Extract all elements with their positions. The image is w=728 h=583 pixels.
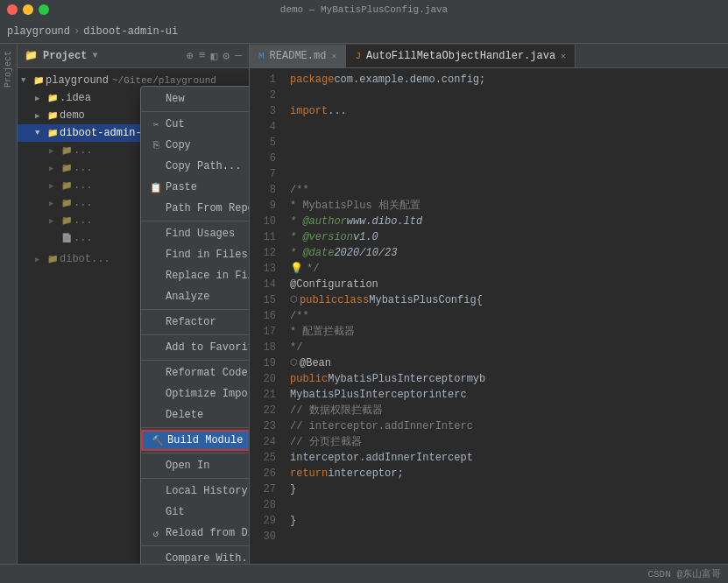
ctx-label-local-history: Local History [166, 485, 250, 497]
copy-icon: ⎘ [148, 137, 164, 153]
reload-icon: ↺ [148, 525, 164, 541]
ctx-item-open-in[interactable]: Open In ▶ [141, 455, 250, 476]
code-line-1: package com.example.demo.config; [290, 72, 721, 88]
code-line-25: interceptor.addInnerIntercept [290, 450, 721, 466]
ctx-divider-6 [141, 427, 250, 428]
ctx-item-optimize[interactable]: Optimize Imports ^⌥O [141, 383, 250, 404]
panel-icon-minimize[interactable]: — [235, 49, 242, 63]
ctx-item-copy[interactable]: ⎘ Copy ⌘C [141, 135, 250, 156]
breadcrumb-item-2[interactable]: diboot-admin-ui [83, 25, 178, 38]
file-icon-sub6: 📄 [60, 231, 74, 245]
folder-icon-diboot: 📁 [46, 126, 60, 140]
ctx-label-open-in: Open In [166, 460, 250, 472]
ctx-item-replace-in-files[interactable]: Replace in Files... ⇧⌘R [141, 265, 250, 286]
context-menu: New ▶ ✂ Cut ⌘X ⎘ Copy ⌘C Copy Path... [140, 86, 250, 564]
ctx-divider-8 [141, 478, 250, 479]
ctx-divider-5 [141, 360, 250, 361]
build-icon: 🔨 [150, 432, 166, 448]
panel-header-icons: ⊕ ≡ ◧ ⚙ — [187, 49, 242, 63]
ctx-item-paste[interactable]: 📋 Paste ⌘V [141, 177, 250, 198]
java-file-icon: J [355, 51, 361, 61]
ctx-item-add-favorites[interactable]: Add to Favorites ▶ [141, 337, 250, 358]
ctx-label-reload: Reload from Disk [166, 527, 250, 539]
code-line-30 [290, 529, 721, 544]
path-icon [148, 200, 164, 216]
tree-label-sub1: ... [74, 144, 93, 157]
tab-label-autofill: AutoFillMetaObjectHandler.java [366, 50, 555, 62]
folder-icon: 📁 [25, 49, 38, 62]
tree-arrow: ▼ [21, 76, 32, 85]
tree-label-sub4: ... [74, 197, 93, 209]
tree-label-sub6: ... [74, 232, 93, 244]
tab-autofill[interactable]: J AutoFillMetaObjectHandler.java ✕ [346, 45, 576, 67]
title-bar: demo — MyBatisPlusConfig.java [0, 0, 728, 19]
folder-icon-sub2: 📁 [60, 161, 74, 175]
ctx-item-find-usages[interactable]: Find Usages ⌥F7 [141, 223, 250, 244]
ctx-divider-4 [141, 334, 250, 335]
code-editor: 12345 678910 1112131415 1617181920 21222… [250, 68, 728, 564]
panel-icon-list[interactable]: ≡ [199, 49, 206, 63]
ctx-divider-9 [141, 545, 250, 546]
tree-label-dibot2: dibot... [60, 253, 110, 265]
code-line-22: // 数据权限拦截器 [290, 403, 721, 418]
panel-icon-settings[interactable]: ⚙ [223, 49, 230, 63]
tree-arrow-demo: ▶ [35, 111, 46, 121]
ctx-divider-3 [141, 309, 250, 310]
ctx-label-git: Git [166, 506, 250, 518]
ctx-item-delete[interactable]: Delete ⌫ [141, 404, 250, 425]
panel-icon-layout[interactable]: ◧ [211, 49, 218, 63]
ctx-item-path-from-repo[interactable]: Path From Repository Root [141, 198, 250, 219]
ctx-item-compare[interactable]: Compare With... ⌘D [141, 548, 250, 564]
ctx-label-path-from-repo: Path From Repository Root [166, 202, 250, 214]
line-numbers: 12345 678910 1112131415 1617181920 21222… [250, 68, 283, 564]
folder-icon-dibot2: 📁 [46, 252, 60, 266]
tab-close-readme[interactable]: ✕ [331, 51, 336, 61]
code-line-6 [290, 151, 721, 166]
panel-dropdown-icon[interactable]: ▼ [92, 51, 97, 60]
minimize-button[interactable] [23, 4, 33, 15]
ctx-item-local-history[interactable]: Local History ▶ [141, 481, 250, 502]
editor-area: M README.md ✕ J AutoFillMetaObjectHandle… [250, 44, 728, 564]
ctx-label-reformat: Reformat Code [166, 367, 250, 379]
ctx-label-compare: Compare With... [166, 552, 250, 564]
code-line-13: 💡 */ [290, 261, 721, 277]
copy-path-icon [148, 158, 164, 174]
cut-icon: ✂ [148, 116, 164, 132]
new-icon [148, 91, 164, 107]
ctx-item-reload[interactable]: ↺ Reload from Disk [141, 523, 250, 544]
maximize-button[interactable] [39, 4, 49, 15]
ctx-label-find-usages: Find Usages [166, 228, 250, 240]
ctx-item-cut[interactable]: ✂ Cut ⌘X [141, 114, 250, 135]
ctx-label-build-module: Build Module 'playground' [167, 434, 250, 446]
code-line-11: * @version v1.0 [290, 229, 721, 245]
ctx-label-cut: Cut [166, 118, 250, 130]
panel-icon-add[interactable]: ⊕ [187, 49, 194, 63]
tab-readme[interactable]: M README.md ✕ [250, 45, 346, 67]
tab-close-autofill[interactable]: ✕ [561, 51, 566, 61]
project-sidebar-label[interactable]: Project [4, 47, 13, 91]
code-line-27: } [290, 481, 721, 497]
ctx-item-git[interactable]: Git ▶ [141, 502, 250, 523]
refactor-icon [148, 314, 164, 330]
ctx-item-reformat[interactable]: Reformat Code ⌥⌘L [141, 362, 250, 383]
ctx-item-build-module[interactable]: 🔨 Build Module 'playground' [141, 430, 250, 451]
open-in-icon [148, 458, 164, 474]
compare-icon [148, 551, 164, 564]
breadcrumb-item-1[interactable]: playground [7, 25, 70, 38]
folder-icon: 📁 [32, 74, 46, 88]
ctx-item-refactor[interactable]: Refactor ▶ [141, 312, 250, 333]
ctx-item-copy-path[interactable]: Copy Path... [141, 156, 250, 177]
close-button[interactable] [7, 4, 18, 15]
ctx-label-optimize: Optimize Imports [166, 388, 250, 400]
ctx-item-find-in-files[interactable]: Find in Files... ⇧⌘F [141, 244, 250, 265]
optimize-icon [148, 386, 164, 402]
ctx-label-copy: Copy [166, 139, 250, 151]
bottom-bar: CSDN @东山富哥 [0, 564, 728, 583]
code-content[interactable]: package com.example.demo.config; import … [283, 68, 728, 564]
folder-icon-idea: 📁 [46, 91, 60, 105]
ctx-divider-7 [141, 453, 250, 453]
ctx-item-analyze[interactable]: Analyze ▶ [141, 286, 250, 307]
ctx-item-new[interactable]: New ▶ [141, 88, 250, 109]
tree-arrow-idea: ▶ [35, 94, 46, 103]
window-title: demo — MyBatisPlusConfig.java [280, 4, 448, 15]
